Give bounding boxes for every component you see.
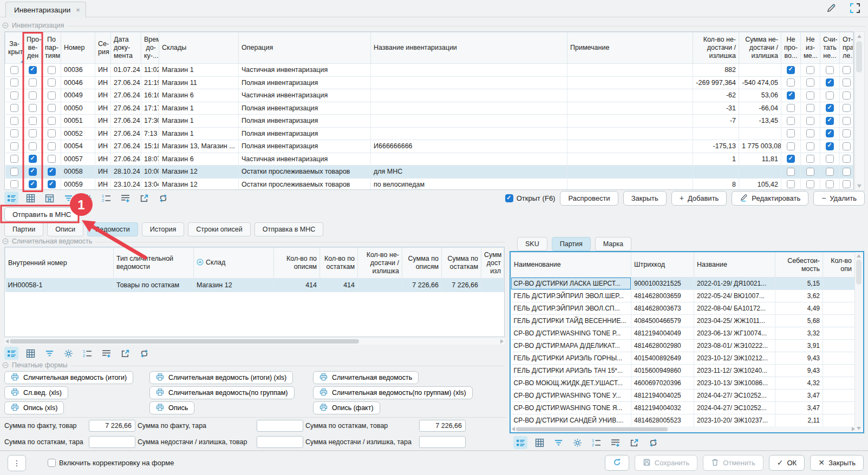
table-row[interactable]: 00050ИН27.06.2417:17Магазин 1Полная инве…	[5, 102, 853, 115]
checkbox[interactable]	[806, 104, 814, 112]
scroll-left-icon[interactable]	[5, 339, 9, 344]
sku-tab[interactable]: Марка	[595, 237, 631, 251]
total-input[interactable]	[89, 420, 135, 432]
numbered-list-icon[interactable]: 12	[80, 347, 94, 360]
total-input[interactable]	[419, 420, 466, 432]
print-button[interactable]: Сличительная ведомость	[313, 371, 419, 384]
total-input[interactable]	[257, 420, 303, 432]
numbered-list-icon[interactable]: 12	[589, 436, 603, 449]
checkbox[interactable]	[787, 155, 795, 163]
checkbox[interactable]	[843, 104, 851, 112]
filter-icon[interactable]	[42, 347, 56, 360]
table-row[interactable]: 00046ИН27.06.2421:19Магазин 11Полная инв…	[5, 76, 853, 89]
total-input[interactable]	[89, 436, 135, 448]
refresh-icon[interactable]	[646, 436, 660, 449]
col-operation[interactable]: Операция	[239, 32, 371, 64]
checkbox[interactable]	[826, 104, 834, 112]
scroll-thumb[interactable]	[856, 260, 862, 285]
checkbox[interactable]	[806, 66, 814, 74]
checkbox[interactable]	[787, 91, 795, 100]
checkbox[interactable]	[826, 117, 834, 125]
footer-button-сохранить[interactable]: Сохранить	[635, 455, 698, 471]
table-row[interactable]: СР-ВО Д/СТИРКИ ЛАСКА ШЕРСТ...90001003215…	[511, 278, 855, 290]
action-button-закрыть[interactable]: Закрыть	[623, 191, 667, 206]
checkbox[interactable]	[826, 91, 834, 100]
gear-icon[interactable]	[570, 436, 584, 449]
table-row[interactable]: СР-ВО Д/СТИР.WASHING TONE У...4812194004…	[511, 390, 855, 402]
footer-button-отменить[interactable]: Отменить	[703, 455, 763, 471]
checkbox[interactable]	[787, 104, 795, 112]
add-row-icon[interactable]	[118, 192, 132, 204]
checkbox[interactable]	[787, 78, 795, 87]
checkbox[interactable]	[10, 78, 18, 87]
scroll-thumb[interactable]	[10, 339, 359, 344]
scroll-left-icon[interactable]	[512, 427, 515, 431]
col-vedomost-type[interactable]: Тип сличительной ведомости	[114, 248, 194, 279]
checkbox[interactable]	[10, 91, 18, 100]
col-title[interactable]: Название	[694, 253, 775, 278]
scroll-thumb[interactable]	[856, 41, 862, 72]
col-qty-by-lists[interactable]: Кол-во по описям	[274, 248, 320, 279]
checkbox[interactable]	[10, 117, 18, 125]
checkbox[interactable]	[806, 155, 814, 163]
table-row[interactable]: 00057ИН27.06.2418:07Магазин 6Частичная и…	[5, 153, 853, 166]
footer-button-ок[interactable]: ✓ОК	[769, 455, 805, 471]
checkbox[interactable]	[29, 180, 37, 188]
col-internal-number[interactable]: Внутренний номер	[5, 248, 114, 279]
col-count-shortage[interactable]: Счи-тать не...	[820, 32, 840, 64]
view-grid-icon[interactable]	[23, 192, 37, 204]
checkbox[interactable]	[806, 129, 814, 137]
table-row[interactable]: СР-ВО Д/СТИР.WASHING TONE Р...4812194004…	[511, 327, 855, 340]
print-button[interactable]: Сличительная ведомость(по группам)	[149, 386, 295, 399]
view-list-icon[interactable]	[513, 436, 527, 449]
col-qty-shortage[interactable]: Кол-во не-достачи / излишка	[693, 32, 739, 64]
checkbox[interactable]	[48, 66, 56, 74]
view-grid-icon[interactable]	[532, 436, 546, 449]
col-barcode[interactable]: Штрихкод	[631, 253, 694, 278]
checkbox[interactable]	[48, 459, 56, 467]
checkbox[interactable]	[48, 129, 56, 137]
checkbox[interactable]	[787, 129, 795, 137]
tab-close-icon[interactable]: ×	[76, 6, 80, 14]
filter-icon[interactable]	[61, 192, 75, 204]
open-external-icon[interactable]	[627, 436, 641, 449]
checkbox[interactable]	[505, 194, 513, 202]
checkbox[interactable]	[10, 155, 18, 163]
table-row[interactable]: 00049ИН27.06.2416:10Магазин 6Частичная и…	[5, 89, 853, 102]
checkbox[interactable]	[29, 66, 37, 74]
checkbox[interactable]	[843, 180, 851, 188]
col-by-batches[interactable]: По пар-тиям	[42, 32, 61, 64]
numbered-list-icon[interactable]: 12	[99, 192, 113, 204]
action-button-добавить[interactable]: +Добавить	[671, 191, 727, 206]
checkbox[interactable]	[843, 91, 851, 100]
col-not-posted[interactable]: Не про-во...	[781, 32, 801, 64]
print-button[interactable]: Опись (факт)	[313, 401, 380, 414]
print-button[interactable]: Опись	[149, 401, 194, 414]
open-filter-checkbox[interactable]: Открыт (F6)	[505, 194, 556, 202]
detail-tab[interactable]: Ведомости	[87, 222, 138, 236]
checkbox[interactable]	[843, 129, 851, 137]
table-row[interactable]: 00036ИН01.07.2411:02Магазин 1Частичная и…	[5, 64, 853, 77]
col-sum-by-stock[interactable]: Сумма по остаткам	[442, 248, 481, 279]
checkbox[interactable]	[806, 180, 814, 188]
print-button[interactable]: Сличительная ведомость(по группам) (xls)	[313, 386, 473, 399]
detail-tab[interactable]: Отправка в МНС	[254, 222, 324, 236]
checkbox[interactable]	[48, 155, 56, 163]
col-cost[interactable]: Себестои-мость	[775, 253, 823, 278]
col-sent[interactable]: От-прав ле...	[840, 32, 853, 64]
col-sum-shortage[interactable]: Сумм дост изл	[481, 248, 504, 279]
table-row[interactable]: СР-ВО Д/СТИР.МАРА Д/ДЕЛИКАТ...4814628002…	[511, 340, 855, 352]
checkbox[interactable]	[826, 155, 834, 163]
adjust-on-form-checkbox[interactable]: Включить корректировку на форме	[48, 459, 174, 467]
open-external-icon[interactable]	[118, 347, 132, 360]
collapse-icon[interactable]	[2, 362, 9, 368]
table-row[interactable]: 00052ИН27.06.247:13Магазин 1Полная инвен…	[5, 127, 853, 140]
checkbox[interactable]	[787, 180, 795, 188]
checkbox[interactable]	[843, 155, 851, 163]
checkbox[interactable]	[843, 142, 851, 150]
gear-icon[interactable]	[80, 192, 94, 204]
checkbox[interactable]	[29, 168, 37, 176]
scroll-down-icon[interactable]	[857, 427, 861, 430]
col-qty-by-stock[interactable]: Кол-во по остаткам	[320, 248, 358, 279]
checkbox[interactable]	[787, 66, 795, 74]
